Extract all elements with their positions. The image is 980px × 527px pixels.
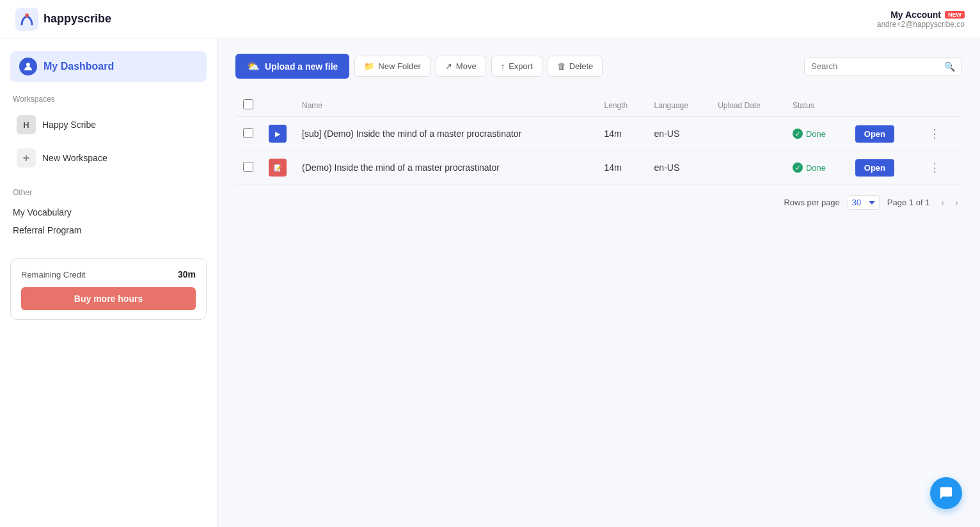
move-button[interactable]: ↗ Move xyxy=(436,56,486,77)
row-open-cell: Open xyxy=(848,151,918,185)
row-more-cell: ⋮ xyxy=(917,117,962,151)
logo[interactable]: happyscribe xyxy=(15,8,111,31)
dashboard-label: My Dashboard xyxy=(43,61,114,72)
sidebar-item-happy-scribe[interactable]: H Happy Scribe xyxy=(10,110,207,139)
credit-label: Remaining Credit xyxy=(21,270,85,279)
header-length: Length xyxy=(596,94,646,117)
new-folder-button[interactable]: 📁 New Folder xyxy=(354,56,430,77)
other-section-label: Other xyxy=(10,188,207,197)
svg-point-1 xyxy=(25,13,29,17)
account-email: andre+2@happyscribe.co xyxy=(877,20,965,29)
table-row: ▶ [sub] (Demo) Inside the mind of a mast… xyxy=(235,117,962,151)
upload-button[interactable]: ⛅ Upload a new file xyxy=(235,54,349,79)
sidebar-item-vocabulary[interactable]: My Vocabulary xyxy=(10,203,207,221)
header-status: Status xyxy=(785,94,848,117)
logo-text: happyscribe xyxy=(43,12,111,26)
row-more-cell: ⋮ xyxy=(917,151,962,185)
done-circle-icon xyxy=(793,162,803,173)
user-icon xyxy=(19,58,37,75)
svg-rect-0 xyxy=(15,8,38,31)
search-input[interactable] xyxy=(811,61,939,71)
row-name: (Demo) Inside the mind of a master procr… xyxy=(294,151,596,185)
open-button[interactable]: Open xyxy=(855,125,894,143)
workspace-avatar-new: + xyxy=(17,148,36,168)
move-icon: ↗ xyxy=(445,61,452,71)
sidebar: My Dashboard Workspaces H Happy Scribe +… xyxy=(0,38,217,527)
header-name: Name xyxy=(294,94,596,117)
sidebar-item-dashboard[interactable]: My Dashboard xyxy=(10,51,207,82)
workspace-name-happy-scribe: Happy Scribe xyxy=(42,120,96,130)
logo-icon xyxy=(15,8,38,31)
row-checkbox[interactable] xyxy=(243,128,253,138)
row-length: 14m xyxy=(596,117,646,151)
rows-per-page-label: Rows per page xyxy=(784,198,839,207)
delete-icon: 🗑 xyxy=(557,61,565,71)
workspace-avatar-happy-scribe: H xyxy=(17,115,36,134)
row-checkbox[interactable] xyxy=(243,162,253,172)
workspaces-section-label: Workspaces xyxy=(10,95,207,104)
search-icon[interactable]: 🔍 xyxy=(944,61,955,72)
row-checkbox-cell xyxy=(235,151,261,185)
credit-row: Remaining Credit 30m xyxy=(21,269,196,279)
row-upload-date xyxy=(710,151,785,185)
export-icon: ↑ xyxy=(501,61,505,71)
row-name: [sub] (Demo) Inside the mind of a master… xyxy=(294,117,596,151)
main-layout: My Dashboard Workspaces H Happy Scribe +… xyxy=(0,38,980,527)
select-all-checkbox[interactable] xyxy=(243,99,253,109)
svg-point-2 xyxy=(26,63,30,67)
main-content: ⛅ Upload a new file 📁 New Folder ↗ Move … xyxy=(217,38,980,527)
done-circle-icon xyxy=(793,129,803,139)
row-status: Done xyxy=(785,151,848,185)
prev-page-button[interactable]: ‹ xyxy=(937,196,948,210)
row-icon-cell: ▶ xyxy=(261,117,294,151)
header-more xyxy=(917,94,962,117)
row-language: en-US xyxy=(647,151,711,185)
page-info: Page 1 of 1 xyxy=(887,198,930,207)
open-button[interactable]: Open xyxy=(855,159,894,177)
row-status: Done xyxy=(785,117,848,151)
account-label[interactable]: My Account NEW xyxy=(877,10,965,20)
chat-bubble[interactable] xyxy=(930,477,962,509)
row-language: en-US xyxy=(647,117,711,151)
next-page-button[interactable]: › xyxy=(951,196,962,210)
file-table: Name Length Language Upload Date Status … xyxy=(235,94,962,185)
more-options-button[interactable]: ⋮ xyxy=(925,161,944,175)
app-header: happyscribe My Account NEW andre+2@happy… xyxy=(0,0,980,38)
table-row: 📝 (Demo) Inside the mind of a master pro… xyxy=(235,151,962,185)
delete-button[interactable]: 🗑 Delete xyxy=(548,56,603,77)
search-wrapper[interactable]: 🔍 xyxy=(804,57,962,76)
row-open-cell: Open xyxy=(848,117,918,151)
header-actions xyxy=(848,94,918,117)
credit-card: Remaining Credit 30m Buy more hours xyxy=(10,258,207,320)
export-button[interactable]: ↑ Export xyxy=(491,56,542,77)
status-label: Done xyxy=(806,129,826,139)
row-checkbox-cell xyxy=(235,117,261,151)
more-options-button[interactable]: ⋮ xyxy=(925,127,944,141)
upload-icon: ⛅ xyxy=(247,60,260,72)
table-body: ▶ [sub] (Demo) Inside the mind of a mast… xyxy=(235,117,962,185)
row-upload-date xyxy=(710,117,785,151)
rows-per-page-select[interactable]: 30 50 100 xyxy=(848,195,880,210)
sidebar-item-referral[interactable]: Referral Program xyxy=(10,221,207,239)
file-type-icon: 📝 xyxy=(269,159,287,177)
chat-icon xyxy=(939,486,953,500)
new-badge: NEW xyxy=(945,11,965,19)
sidebar-item-new-workspace[interactable]: + New Workspace xyxy=(10,143,207,173)
header-account[interactable]: My Account NEW andre+2@happyscribe.co xyxy=(877,10,965,29)
file-type-icon: ▶ xyxy=(269,125,287,143)
row-length: 14m xyxy=(596,151,646,185)
folder-icon: 📁 xyxy=(364,61,374,71)
header-language: Language xyxy=(647,94,711,117)
page-nav: ‹ › xyxy=(937,196,962,210)
header-upload-date: Upload Date xyxy=(710,94,785,117)
toolbar: ⛅ Upload a new file 📁 New Folder ↗ Move … xyxy=(235,54,962,79)
other-section: Other My Vocabulary Referral Program xyxy=(10,188,207,239)
row-icon-cell: 📝 xyxy=(261,151,294,185)
buy-hours-button[interactable]: Buy more hours xyxy=(21,287,196,310)
workspace-name-new: New Workspace xyxy=(42,153,107,163)
header-check xyxy=(235,94,261,117)
status-label: Done xyxy=(806,163,826,173)
header-icon xyxy=(261,94,294,117)
table-header: Name Length Language Upload Date Status xyxy=(235,94,962,117)
pagination: Rows per page 30 50 100 Page 1 of 1 ‹ › xyxy=(235,195,962,210)
